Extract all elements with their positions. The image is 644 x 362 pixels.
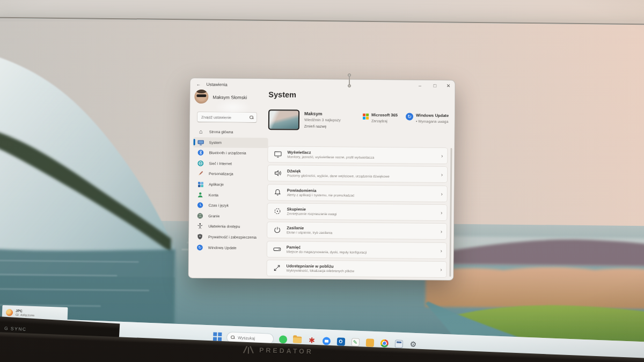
sidebar-item-granie[interactable]: Granie [192,211,267,221]
network-icon [197,160,204,167]
device-description: Wiedźmin 3 najlepszy [304,118,341,122]
account-name: Maksym Słomski [213,94,247,100]
display-icon [274,150,282,158]
sidebar-item-windows-update[interactable]: ↻ Windows Update [192,242,267,253]
svg-text:↻: ↻ [198,246,201,250]
windows-logo-icon [213,333,222,341]
accessibility-icon [196,223,203,230]
privacy-shield-icon [196,233,203,240]
sound-icon [274,169,282,178]
photo-of-monitor: ✱ O ✎ ⚙ JPC Gł. dołączone ← Ustawienia –… [0,0,644,362]
windows-update-status: • Wymagana uwaga [416,120,449,124]
power-icon [273,226,281,234]
wall-pin [347,73,352,88]
row-skupienie[interactable]: SkupienieZmniejszenie rozpraszania uwagi… [267,203,447,221]
chevron-right-icon: › [441,228,442,234]
personalization-icon [197,170,204,177]
settings-search-input[interactable] [200,115,250,120]
row-udostepnianie[interactable]: Udostępnianie w pobliżuWykrywalność, lok… [266,260,447,278]
row-pamiec[interactable]: PamięćMiejsce do magazynowania, dyski, r… [267,241,447,259]
sidebar-item-ulatwienia-dostepu[interactable]: Ułatwienia dostępu [192,221,267,232]
sidebar-item-system[interactable]: System [193,137,268,147]
maximize-button[interactable]: □ [430,83,439,88]
row-powiadomienia[interactable]: PowiadomieniaAlerty z aplikacji i system… [267,184,448,202]
gaming-icon [196,212,203,219]
system-icon [197,139,204,146]
monitor-brand: PREDATOR [243,345,313,356]
device-name: Maksym [304,111,323,116]
sidebar-item-bluetooth[interactable]: Bluetooth i urządzenia [193,147,268,158]
back-button[interactable]: ← [196,82,201,87]
page-title: System [268,90,296,99]
taskbar-search-input[interactable] [237,335,271,342]
sidebar-item-personalizacja[interactable]: Personalizacja [193,168,268,179]
scrollbar[interactable] [449,148,452,277]
windows-update-icon: ↻ [196,244,203,251]
chevron-right-icon: › [441,191,442,197]
monitor-brand-text: PREDATOR [259,346,313,356]
window-title: Ustawienia [206,82,227,87]
chevron-right-icon: › [440,267,442,272]
close-button[interactable]: ✕ [444,83,452,88]
chevron-right-icon: › [441,210,442,216]
search-icon [250,115,253,119]
rename-link[interactable]: Zmień nazwę [304,124,327,128]
device-thumbnail [268,109,299,130]
microsoft-logo-icon [363,114,369,120]
home-icon: ⌂ [197,128,204,135]
chevron-right-icon: › [440,247,442,253]
minimize-button[interactable]: – [415,83,424,88]
sidebar-item-konta[interactable]: Konta [193,189,268,200]
microsoft365-manage-link[interactable]: Zarządzaj [371,119,387,123]
search-icon [231,335,235,339]
sidebar-item-strona-glowna[interactable]: ⌂ Strona główna [193,127,268,137]
apps-icon [197,181,204,188]
row-wyswietlacz[interactable]: WyświetlaczMonitory, jasność, wyświetlan… [267,146,448,164]
microsoft365-title: Microsoft 365 [371,113,398,117]
sidebar-item-czas-jezyk[interactable]: Czas i język [192,200,267,211]
notifications-icon [274,188,282,196]
widget-subtitle: Gł. dołączone [16,313,35,317]
settings-window: ← Ustawienia – □ ✕ Maksym Słomski ⌂ Stro… [188,78,455,280]
focus-icon [273,207,281,215]
windows-update-title: Windows Update [416,113,449,119]
settings-search[interactable] [197,112,257,123]
sidebar-item-aplikacje[interactable]: Aplikacje [193,179,268,190]
sidebar-item-prywatnosc[interactable]: Prywatność i zabezpieczenia [192,232,267,242]
avatar[interactable] [194,90,208,104]
row-dzwiek[interactable]: DźwiękPoziomy głośności, wyjście, dane w… [267,165,448,183]
chevron-right-icon: › [441,153,443,159]
gsync-sticker: G SYNC [4,326,27,332]
storage-icon [273,245,281,253]
predator-logo-icon [243,345,254,354]
row-zasilanie[interactable]: ZasilanieEkran i uśpienie, tryb zasilani… [267,221,447,240]
nearby-share-icon [273,264,281,272]
sidebar-item-siec-internet[interactable]: Sieć i Internet [193,158,268,169]
chevron-right-icon: › [441,172,443,178]
widget-icon [6,309,13,316]
bluetooth-icon [197,149,204,156]
sidebar-nav: ⌂ Strona główna System Bluetooth i urząd… [193,127,268,127]
accounts-icon [197,191,204,198]
windows-update-icon: ↻ [406,113,413,120]
time-language-icon [197,202,204,209]
